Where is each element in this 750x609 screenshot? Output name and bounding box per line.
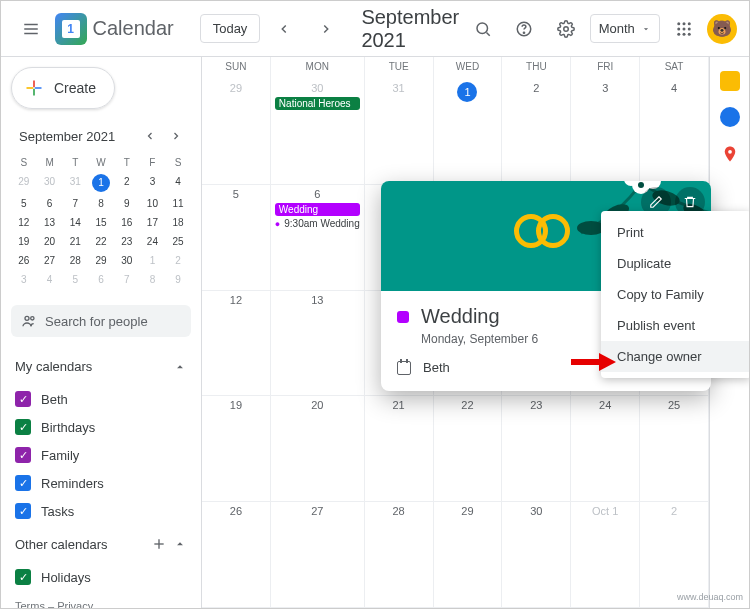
day-cell[interactable]: 5 (202, 185, 271, 291)
mini-day[interactable]: 14 (62, 213, 88, 232)
calendar-item[interactable]: ✓Beth (11, 386, 191, 412)
day-cell[interactable]: 1 (434, 79, 503, 185)
mini-day[interactable]: 22 (88, 232, 114, 251)
menu-item-duplicate[interactable]: Duplicate (601, 248, 750, 279)
checkbox-icon[interactable]: ✓ (15, 475, 31, 491)
event-chip[interactable]: Wedding (275, 203, 360, 216)
mini-day[interactable]: 6 (88, 270, 114, 289)
mini-day[interactable]: 21 (62, 232, 88, 251)
mini-day[interactable]: 26 (11, 251, 37, 270)
maps-icon[interactable] (721, 143, 739, 168)
mini-day[interactable]: 19 (11, 232, 37, 251)
day-cell[interactable]: 3 (571, 79, 640, 185)
mini-day[interactable]: 11 (165, 194, 191, 213)
next-month-icon[interactable] (308, 11, 344, 47)
main-menu-icon[interactable] (13, 11, 49, 47)
mini-day[interactable]: 1 (92, 174, 110, 192)
mini-day[interactable]: 9 (114, 194, 140, 213)
account-avatar[interactable]: 🐻 (707, 14, 737, 44)
mini-day[interactable]: 31 (62, 172, 88, 194)
mini-day[interactable]: 7 (62, 194, 88, 213)
calendar-item[interactable]: ✓Reminders (11, 470, 191, 496)
day-cell[interactable]: 23 (502, 396, 571, 502)
menu-item-change-owner[interactable]: Change owner (601, 341, 750, 372)
menu-item-print[interactable]: Print (601, 217, 750, 248)
mini-day[interactable]: 29 (88, 251, 114, 270)
mini-next-icon[interactable] (165, 125, 187, 147)
search-people-input[interactable]: Search for people (11, 305, 191, 337)
my-calendars-toggle[interactable]: My calendars (11, 353, 191, 380)
mini-day[interactable]: 3 (140, 172, 166, 194)
mini-day[interactable]: 20 (37, 232, 63, 251)
day-cell[interactable]: 2 (502, 79, 571, 185)
keep-icon[interactable] (720, 71, 740, 91)
mini-day[interactable]: 24 (140, 232, 166, 251)
mini-day[interactable]: 25 (165, 232, 191, 251)
day-cell[interactable]: 13 (271, 291, 365, 397)
checkbox-icon[interactable]: ✓ (15, 391, 31, 407)
mini-day[interactable]: 28 (62, 251, 88, 270)
search-icon[interactable] (465, 11, 501, 47)
mini-day[interactable]: 2 (114, 172, 140, 194)
mini-day[interactable]: 10 (140, 194, 166, 213)
day-cell[interactable]: 4 (640, 79, 709, 185)
day-cell[interactable]: 30National Heroes (271, 79, 365, 185)
day-cell[interactable]: 20 (271, 396, 365, 502)
mini-day[interactable]: 6 (37, 194, 63, 213)
other-calendars-toggle[interactable]: Other calendars (11, 530, 191, 558)
mini-day[interactable]: 8 (88, 194, 114, 213)
day-cell[interactable]: 29 (202, 79, 271, 185)
mini-day[interactable]: 9 (165, 270, 191, 289)
today-button[interactable]: Today (200, 14, 261, 43)
day-cell[interactable]: 31 (365, 79, 434, 185)
day-cell[interactable]: 29 (434, 502, 503, 608)
mini-day[interactable]: 4 (37, 270, 63, 289)
day-cell[interactable]: 24 (571, 396, 640, 502)
checkbox-icon[interactable]: ✓ (15, 419, 31, 435)
event-item[interactable]: 9:30am Wedding (275, 218, 360, 229)
mini-day[interactable]: 30 (114, 251, 140, 270)
calendar-item[interactable]: ✓Birthdays (11, 414, 191, 440)
day-cell[interactable]: 19 (202, 396, 271, 502)
footer-links[interactable]: Terms – Privacy (11, 596, 191, 609)
day-cell[interactable]: 25 (640, 396, 709, 502)
mini-day[interactable]: 12 (11, 213, 37, 232)
mini-day[interactable]: 13 (37, 213, 63, 232)
day-cell[interactable]: 26 (202, 502, 271, 608)
day-cell[interactable]: 28 (365, 502, 434, 608)
mini-day[interactable]: 15 (88, 213, 114, 232)
view-selector[interactable]: Month (590, 14, 660, 43)
mini-prev-icon[interactable] (139, 125, 161, 147)
mini-day[interactable]: 7 (114, 270, 140, 289)
menu-item-copy-to-family[interactable]: Copy to Family (601, 279, 750, 310)
create-button[interactable]: Create (11, 67, 115, 109)
mini-day[interactable]: 8 (140, 270, 166, 289)
day-cell[interactable]: 30 (502, 502, 571, 608)
day-cell[interactable]: 6Wedding9:30am Wedding (271, 185, 365, 291)
day-cell[interactable]: 22 (434, 396, 503, 502)
day-cell[interactable]: Oct 1 (571, 502, 640, 608)
mini-day[interactable]: 23 (114, 232, 140, 251)
mini-day[interactable]: 3 (11, 270, 37, 289)
mini-day[interactable]: 30 (37, 172, 63, 194)
day-cell[interactable]: 12 (202, 291, 271, 397)
mini-day[interactable]: 2 (165, 251, 191, 270)
mini-day[interactable]: 18 (165, 213, 191, 232)
mini-day[interactable]: 4 (165, 172, 191, 194)
prev-month-icon[interactable] (266, 11, 302, 47)
calendar-item[interactable]: ✓Family (11, 442, 191, 468)
checkbox-icon[interactable]: ✓ (15, 503, 31, 519)
mini-day[interactable]: 27 (37, 251, 63, 270)
menu-item-publish-event[interactable]: Publish event (601, 310, 750, 341)
mini-day[interactable]: 5 (62, 270, 88, 289)
checkbox-icon[interactable]: ✓ (15, 447, 31, 463)
mini-day[interactable]: 16 (114, 213, 140, 232)
app-logo[interactable]: 1 Calendar (55, 13, 194, 45)
add-calendar-icon[interactable] (151, 536, 167, 552)
calendar-item[interactable]: ✓Holidays (11, 564, 191, 590)
help-icon[interactable] (507, 11, 543, 47)
apps-icon[interactable] (666, 11, 702, 47)
tasks-icon[interactable] (720, 107, 740, 127)
day-cell[interactable]: 27 (271, 502, 365, 608)
checkbox-icon[interactable]: ✓ (15, 569, 31, 585)
